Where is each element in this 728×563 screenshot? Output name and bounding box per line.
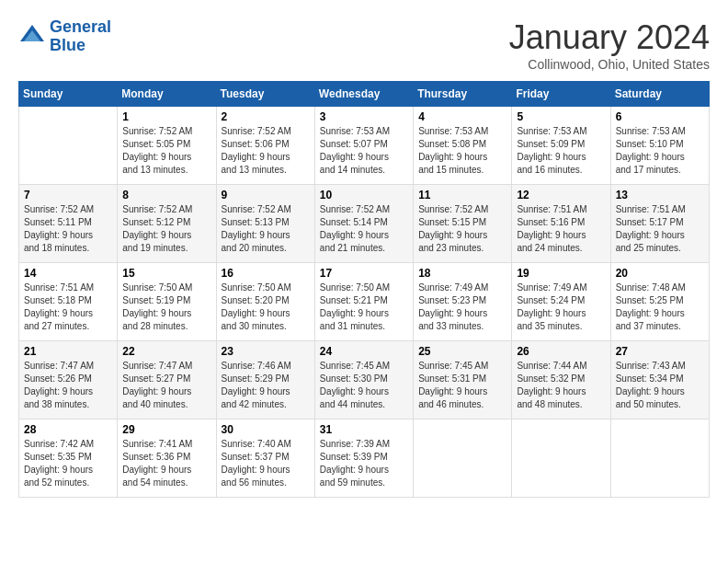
calendar-day-cell: 3Sunrise: 7:53 AMSunset: 5:07 PMDaylight… bbox=[314, 107, 413, 185]
calendar-week-row: 1Sunrise: 7:52 AMSunset: 5:05 PMDaylight… bbox=[19, 107, 710, 185]
weekday-header-row: SundayMondayTuesdayWednesdayThursdayFrid… bbox=[19, 82, 710, 107]
day-info: Sunrise: 7:52 AMSunset: 5:11 PMDaylight:… bbox=[24, 203, 112, 255]
day-number: 5 bbox=[517, 110, 605, 123]
day-info: Sunrise: 7:48 AMSunset: 5:25 PMDaylight:… bbox=[616, 282, 704, 333]
day-number: 17 bbox=[320, 267, 408, 280]
calendar-day-cell: 19Sunrise: 7:49 AMSunset: 5:24 PMDayligh… bbox=[512, 263, 610, 341]
calendar-day-cell: 17Sunrise: 7:50 AMSunset: 5:21 PMDayligh… bbox=[314, 263, 413, 341]
day-number: 2 bbox=[222, 110, 310, 123]
calendar-header: SundayMondayTuesdayWednesdayThursdayFrid… bbox=[19, 82, 710, 107]
day-info: Sunrise: 7:53 AMSunset: 5:09 PMDaylight:… bbox=[517, 125, 605, 177]
day-info: Sunrise: 7:52 AMSunset: 5:05 PMDaylight:… bbox=[122, 125, 210, 177]
day-info: Sunrise: 7:47 AMSunset: 5:26 PMDaylight:… bbox=[24, 360, 112, 411]
day-number: 19 bbox=[517, 267, 605, 280]
calendar-day-cell: 25Sunrise: 7:45 AMSunset: 5:31 PMDayligh… bbox=[414, 341, 512, 419]
calendar-day-cell: 18Sunrise: 7:49 AMSunset: 5:23 PMDayligh… bbox=[414, 263, 512, 341]
calendar-day-cell: 6Sunrise: 7:53 AMSunset: 5:10 PMDaylight… bbox=[610, 107, 709, 185]
weekday-header-cell: Saturday bbox=[610, 82, 709, 107]
calendar-day-cell: 23Sunrise: 7:46 AMSunset: 5:29 PMDayligh… bbox=[216, 341, 314, 419]
logo-text: General Blue bbox=[50, 18, 111, 55]
calendar-day-cell: 22Sunrise: 7:47 AMSunset: 5:27 PMDayligh… bbox=[118, 341, 216, 419]
day-number: 30 bbox=[222, 423, 310, 436]
calendar-day-cell: 24Sunrise: 7:45 AMSunset: 5:30 PMDayligh… bbox=[314, 341, 413, 419]
calendar-day-cell: 1Sunrise: 7:52 AMSunset: 5:05 PMDaylight… bbox=[118, 107, 216, 185]
calendar-day-cell: 27Sunrise: 7:43 AMSunset: 5:34 PMDayligh… bbox=[610, 341, 709, 419]
day-info: Sunrise: 7:43 AMSunset: 5:34 PMDaylight:… bbox=[616, 360, 704, 411]
day-info: Sunrise: 7:51 AMSunset: 5:17 PMDaylight:… bbox=[616, 203, 704, 255]
weekday-header-cell: Monday bbox=[118, 82, 216, 107]
day-info: Sunrise: 7:40 AMSunset: 5:37 PMDaylight:… bbox=[222, 438, 310, 489]
day-number: 16 bbox=[222, 267, 310, 280]
day-number: 10 bbox=[320, 189, 408, 201]
calendar-day-cell: 8Sunrise: 7:52 AMSunset: 5:12 PMDaylight… bbox=[118, 185, 216, 263]
day-info: Sunrise: 7:51 AMSunset: 5:16 PMDaylight:… bbox=[517, 203, 605, 255]
calendar-week-row: 28Sunrise: 7:42 AMSunset: 5:35 PMDayligh… bbox=[19, 419, 710, 498]
day-number: 26 bbox=[517, 345, 605, 358]
day-info: Sunrise: 7:52 AMSunset: 5:06 PMDaylight:… bbox=[222, 125, 310, 177]
day-info: Sunrise: 7:46 AMSunset: 5:29 PMDaylight:… bbox=[222, 360, 310, 411]
day-info: Sunrise: 7:41 AMSunset: 5:36 PMDaylight:… bbox=[122, 438, 210, 489]
weekday-header-cell: Tuesday bbox=[216, 82, 314, 107]
day-number: 6 bbox=[616, 110, 704, 123]
day-number: 18 bbox=[418, 267, 506, 280]
calendar-day-cell: 20Sunrise: 7:48 AMSunset: 5:25 PMDayligh… bbox=[610, 263, 709, 341]
day-number: 4 bbox=[418, 110, 506, 123]
weekday-header-cell: Thursday bbox=[414, 82, 512, 107]
day-info: Sunrise: 7:52 AMSunset: 5:13 PMDaylight:… bbox=[222, 203, 310, 255]
calendar-week-row: 7Sunrise: 7:52 AMSunset: 5:11 PMDaylight… bbox=[19, 185, 710, 263]
day-number: 27 bbox=[616, 345, 704, 358]
calendar-day-cell: 11Sunrise: 7:52 AMSunset: 5:15 PMDayligh… bbox=[414, 185, 512, 263]
day-number: 13 bbox=[616, 189, 704, 201]
day-info: Sunrise: 7:50 AMSunset: 5:20 PMDaylight:… bbox=[222, 282, 310, 333]
calendar-day-cell: 9Sunrise: 7:52 AMSunset: 5:13 PMDaylight… bbox=[216, 185, 314, 263]
day-info: Sunrise: 7:49 AMSunset: 5:23 PMDaylight:… bbox=[418, 282, 506, 333]
day-info: Sunrise: 7:52 AMSunset: 5:15 PMDaylight:… bbox=[418, 203, 506, 255]
weekday-header-cell: Friday bbox=[512, 82, 610, 107]
day-info: Sunrise: 7:42 AMSunset: 5:35 PMDaylight:… bbox=[24, 438, 112, 489]
calendar-day-cell: 26Sunrise: 7:44 AMSunset: 5:32 PMDayligh… bbox=[512, 341, 610, 419]
calendar-day-cell bbox=[610, 419, 709, 498]
day-number: 8 bbox=[122, 189, 210, 201]
calendar-title: January 2024 bbox=[509, 18, 710, 57]
logo: General Blue bbox=[18, 18, 111, 55]
day-info: Sunrise: 7:50 AMSunset: 5:21 PMDaylight:… bbox=[320, 282, 408, 333]
calendar-day-cell: 28Sunrise: 7:42 AMSunset: 5:35 PMDayligh… bbox=[19, 419, 118, 498]
calendar-day-cell: 29Sunrise: 7:41 AMSunset: 5:36 PMDayligh… bbox=[118, 419, 216, 498]
calendar-day-cell: 5Sunrise: 7:53 AMSunset: 5:09 PMDaylight… bbox=[512, 107, 610, 185]
day-number: 29 bbox=[122, 423, 210, 436]
day-number: 3 bbox=[320, 110, 408, 123]
day-info: Sunrise: 7:50 AMSunset: 5:19 PMDaylight:… bbox=[122, 282, 210, 333]
calendar-day-cell: 16Sunrise: 7:50 AMSunset: 5:20 PMDayligh… bbox=[216, 263, 314, 341]
day-info: Sunrise: 7:49 AMSunset: 5:24 PMDaylight:… bbox=[517, 282, 605, 333]
day-number: 31 bbox=[320, 423, 408, 436]
calendar-day-cell: 10Sunrise: 7:52 AMSunset: 5:14 PMDayligh… bbox=[314, 185, 413, 263]
day-number: 20 bbox=[616, 267, 704, 280]
calendar-day-cell: 31Sunrise: 7:39 AMSunset: 5:39 PMDayligh… bbox=[314, 419, 413, 498]
calendar-day-cell: 2Sunrise: 7:52 AMSunset: 5:06 PMDaylight… bbox=[216, 107, 314, 185]
calendar-day-cell: 7Sunrise: 7:52 AMSunset: 5:11 PMDaylight… bbox=[19, 185, 118, 263]
day-number: 15 bbox=[122, 267, 210, 280]
weekday-header-cell: Wednesday bbox=[314, 82, 413, 107]
day-number: 14 bbox=[24, 267, 112, 280]
day-number: 7 bbox=[24, 189, 112, 201]
day-info: Sunrise: 7:39 AMSunset: 5:39 PMDaylight:… bbox=[320, 438, 408, 489]
day-number: 25 bbox=[418, 345, 506, 358]
day-number: 12 bbox=[517, 189, 605, 201]
day-info: Sunrise: 7:53 AMSunset: 5:07 PMDaylight:… bbox=[320, 125, 408, 177]
calendar-day-cell: 21Sunrise: 7:47 AMSunset: 5:26 PMDayligh… bbox=[19, 341, 118, 419]
calendar-day-cell bbox=[19, 107, 118, 185]
weekday-header-cell: Sunday bbox=[19, 82, 118, 107]
day-number: 23 bbox=[222, 345, 310, 358]
title-area: January 2024 Collinwood, Ohio, United St… bbox=[509, 18, 710, 72]
day-number: 22 bbox=[122, 345, 210, 358]
calendar-table: SundayMondayTuesdayWednesdayThursdayFrid… bbox=[18, 81, 710, 498]
day-number: 11 bbox=[418, 189, 506, 201]
calendar-day-cell bbox=[512, 419, 610, 498]
day-number: 9 bbox=[222, 189, 310, 201]
day-info: Sunrise: 7:52 AMSunset: 5:14 PMDaylight:… bbox=[320, 203, 408, 255]
calendar-day-cell: 13Sunrise: 7:51 AMSunset: 5:17 PMDayligh… bbox=[610, 185, 709, 263]
calendar-body: 1Sunrise: 7:52 AMSunset: 5:05 PMDaylight… bbox=[19, 107, 710, 498]
calendar-week-row: 21Sunrise: 7:47 AMSunset: 5:26 PMDayligh… bbox=[19, 341, 710, 419]
header: General Blue January 2024 Collinwood, Oh… bbox=[18, 18, 710, 72]
calendar-week-row: 14Sunrise: 7:51 AMSunset: 5:18 PMDayligh… bbox=[19, 263, 710, 341]
